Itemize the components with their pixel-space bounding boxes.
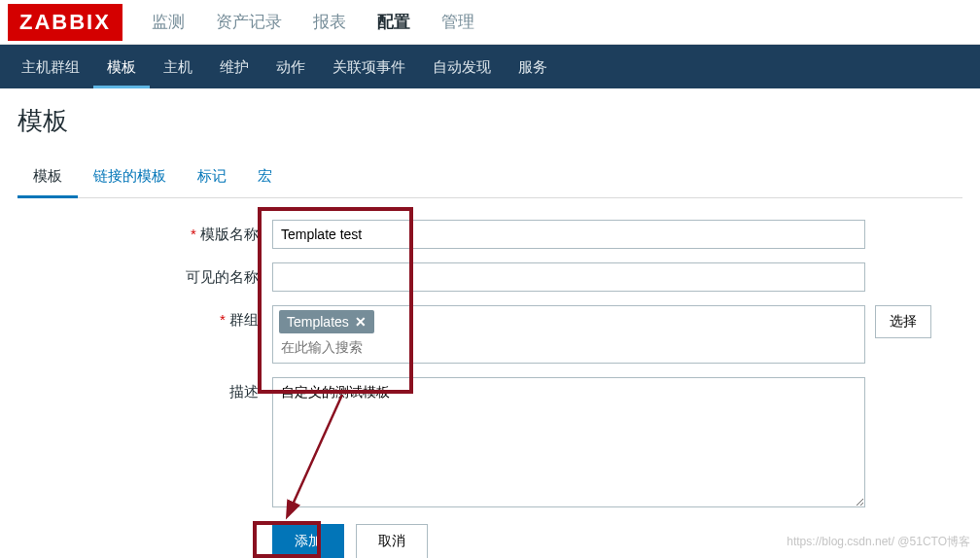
row-groups: 群组 Templates✕ 选择: [18, 305, 962, 364]
logo: ZABBIX: [8, 4, 122, 41]
label-description: 描述: [18, 377, 272, 510]
tabs: 模板 链接的模板 标记 宏: [18, 157, 962, 198]
row-visible-name: 可见的名称: [18, 262, 962, 292]
subnav-hosts[interactable]: 主机: [150, 45, 206, 88]
subnav-actions[interactable]: 动作: [262, 45, 319, 88]
subnav-maintenance[interactable]: 维护: [206, 45, 262, 88]
add-button[interactable]: 添加: [272, 524, 344, 558]
topnav-configuration[interactable]: 配置: [362, 0, 426, 45]
visible-name-input[interactable]: [272, 262, 865, 292]
tab-macros[interactable]: 宏: [242, 157, 288, 197]
page-content: 模板 模板 链接的模板 标记 宏 模版名称 可见的名称 群组 Templates…: [0, 88, 980, 558]
watermark: https://blog.csdn.net/ @51CTO博客: [787, 534, 970, 550]
tab-linked[interactable]: 链接的模板: [78, 157, 182, 197]
subnav-templates[interactable]: 模板: [93, 45, 150, 88]
topnav-inventory[interactable]: 资产记录: [200, 0, 298, 45]
row-template-name: 模版名称: [18, 220, 962, 249]
label-visible-name: 可见的名称: [18, 262, 272, 292]
groups-multiselect[interactable]: Templates✕: [272, 305, 865, 364]
subnav-hostgroups[interactable]: 主机群组: [8, 45, 93, 88]
template-name-input[interactable]: [272, 220, 865, 249]
page-title: 模板: [18, 104, 962, 138]
row-description: 描述: [18, 377, 962, 510]
remove-tag-icon[interactable]: ✕: [355, 314, 367, 330]
topnav-reports[interactable]: 报表: [298, 0, 362, 45]
subnav-services[interactable]: 服务: [505, 45, 561, 88]
topnav-monitoring[interactable]: 监测: [136, 0, 200, 45]
group-tag[interactable]: Templates✕: [279, 310, 374, 333]
tab-tags[interactable]: 标记: [182, 157, 242, 197]
subnav-correlation[interactable]: 关联项事件: [319, 45, 419, 88]
tab-template[interactable]: 模板: [18, 157, 78, 198]
top-bar: ZABBIX 监测 资产记录 报表 配置 管理: [0, 0, 980, 45]
label-template-name: 模版名称: [18, 220, 272, 249]
cancel-button[interactable]: 取消: [356, 524, 428, 558]
group-tag-label: Templates: [287, 314, 349, 330]
top-nav: 监测 资产记录 报表 配置 管理: [136, 0, 490, 45]
select-groups-button[interactable]: 选择: [875, 305, 931, 338]
topnav-admin[interactable]: 管理: [426, 0, 490, 45]
label-groups: 群组: [18, 305, 272, 364]
subnav-discovery[interactable]: 自动发现: [419, 45, 505, 88]
description-textarea[interactable]: [272, 377, 865, 507]
groups-search-input[interactable]: [279, 333, 473, 361]
sub-bar: 主机群组 模板 主机 维护 动作 关联项事件 自动发现 服务: [0, 45, 980, 88]
